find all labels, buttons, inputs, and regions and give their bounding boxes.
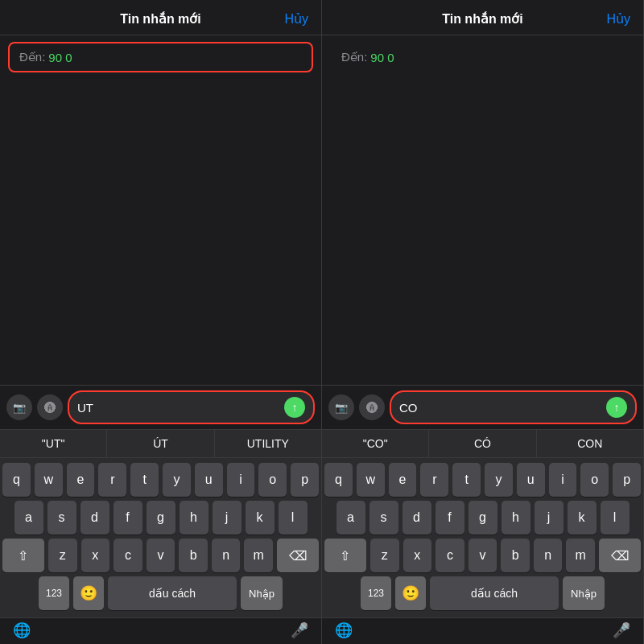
left-key-e[interactable]: e bbox=[67, 463, 95, 497]
left-key-g[interactable]: g bbox=[147, 501, 175, 535]
right-key-n[interactable]: n bbox=[534, 539, 563, 572]
right-key-s[interactable]: s bbox=[369, 501, 398, 535]
right-text-input-wrap[interactable]: CO ↑ bbox=[390, 390, 637, 424]
right-key-f[interactable]: f bbox=[436, 501, 464, 535]
left-key-x[interactable]: x bbox=[81, 539, 110, 572]
right-key-row-1: q w e r t y u i o p bbox=[324, 463, 641, 497]
left-key-z[interactable]: z bbox=[48, 539, 77, 572]
right-key-r[interactable]: r bbox=[420, 463, 448, 497]
left-key-shift[interactable]: ⇧ bbox=[2, 539, 44, 572]
left-key-s[interactable]: s bbox=[47, 501, 76, 535]
right-key-i[interactable]: i bbox=[549, 463, 577, 497]
right-key-h[interactable]: h bbox=[502, 501, 530, 535]
left-cancel-button[interactable]: Hủy bbox=[284, 11, 308, 27]
right-key-w[interactable]: w bbox=[357, 463, 385, 497]
right-key-y[interactable]: y bbox=[485, 463, 513, 497]
left-key-i[interactable]: i bbox=[227, 463, 255, 497]
left-bottom-bar: 🌐 🎤 bbox=[0, 617, 321, 644]
right-key-e[interactable]: e bbox=[389, 463, 417, 497]
right-key-emoji[interactable]: 🙂 bbox=[395, 576, 426, 610]
left-key-c[interactable]: c bbox=[114, 539, 142, 572]
right-to-field[interactable]: Đến: 90 0 bbox=[330, 42, 635, 72]
left-autocomplete-2[interactable]: UTILITY bbox=[215, 430, 321, 457]
right-autocomplete-0[interactable]: "CO" bbox=[322, 430, 429, 457]
right-key-j[interactable]: j bbox=[535, 501, 564, 535]
left-key-d[interactable]: d bbox=[80, 501, 109, 535]
right-key-c[interactable]: c bbox=[436, 539, 464, 572]
right-key-delete[interactable]: ⌫ bbox=[599, 539, 641, 572]
left-appstore-button[interactable]: 🅐 bbox=[37, 394, 63, 420]
left-key-f[interactable]: f bbox=[114, 501, 142, 535]
right-key-space[interactable]: dấu cách bbox=[430, 576, 559, 610]
right-key-d[interactable]: d bbox=[402, 501, 431, 535]
right-autocomplete-1[interactable]: CÓ bbox=[429, 430, 536, 457]
right-cancel-button[interactable]: Hủy bbox=[606, 11, 630, 27]
left-key-u[interactable]: u bbox=[195, 463, 223, 497]
right-mic-icon[interactable]: 🎤 bbox=[613, 621, 630, 639]
left-header: Tin nhắn mới Hủy bbox=[0, 0, 321, 35]
right-title: Tin nhắn mới bbox=[442, 11, 523, 27]
left-key-emoji[interactable]: 🙂 bbox=[73, 576, 104, 610]
right-appstore-button[interactable]: 🅐 bbox=[359, 394, 385, 420]
left-autocomplete-1[interactable]: ÚT bbox=[107, 430, 214, 457]
left-key-l[interactable]: l bbox=[279, 501, 308, 535]
left-keyboard: q w e r t y u i o p a s d f g h j k l ⇧ … bbox=[0, 458, 321, 617]
right-autocomplete-2[interactable]: CON bbox=[537, 430, 643, 457]
left-key-r[interactable]: r bbox=[98, 463, 126, 497]
right-key-g[interactable]: g bbox=[469, 501, 497, 535]
left-message-area[interactable] bbox=[0, 79, 321, 385]
right-key-k[interactable]: k bbox=[568, 501, 597, 535]
left-send-button[interactable]: ↑ bbox=[284, 397, 305, 418]
right-key-t[interactable]: t bbox=[452, 463, 481, 497]
right-key-m[interactable]: m bbox=[566, 539, 595, 572]
left-key-a[interactable]: a bbox=[14, 501, 43, 535]
left-camera-button[interactable]: 📷 bbox=[6, 394, 32, 420]
right-key-123[interactable]: 123 bbox=[361, 576, 391, 610]
left-text-input[interactable]: UT bbox=[77, 401, 279, 415]
right-key-o[interactable]: o bbox=[580, 463, 609, 497]
appstore-icon: 🅐 bbox=[44, 401, 56, 415]
left-to-value: 90 0 bbox=[48, 51, 72, 64]
right-key-l[interactable]: l bbox=[601, 501, 630, 535]
left-key-o[interactable]: o bbox=[258, 463, 287, 497]
left-key-space[interactable]: dấu cách bbox=[108, 576, 237, 610]
left-globe-icon[interactable]: 🌐 bbox=[13, 621, 31, 639]
right-key-enter[interactable]: Nhập bbox=[563, 576, 605, 610]
left-key-123[interactable]: 123 bbox=[39, 576, 69, 610]
right-send-button[interactable]: ↑ bbox=[606, 397, 627, 418]
left-key-delete[interactable]: ⌫ bbox=[277, 539, 319, 572]
left-text-input-wrap[interactable]: UT ↑ bbox=[68, 390, 315, 424]
right-key-u[interactable]: u bbox=[517, 463, 545, 497]
right-text-input[interactable]: CO bbox=[399, 401, 601, 415]
left-key-v[interactable]: v bbox=[147, 539, 175, 572]
left-key-t[interactable]: t bbox=[130, 463, 159, 497]
right-key-shift[interactable]: ⇧ bbox=[324, 539, 366, 572]
left-key-h[interactable]: h bbox=[180, 501, 208, 535]
right-key-a[interactable]: a bbox=[336, 501, 365, 535]
left-mic-icon[interactable]: 🎤 bbox=[291, 621, 308, 639]
right-key-b[interactable]: b bbox=[501, 539, 530, 572]
left-key-q[interactable]: q bbox=[2, 463, 31, 497]
left-key-n[interactable]: n bbox=[212, 539, 241, 572]
right-key-v[interactable]: v bbox=[469, 539, 497, 572]
right-key-q[interactable]: q bbox=[324, 463, 353, 497]
right-key-p[interactable]: p bbox=[613, 463, 641, 497]
camera-icon-right: 📷 bbox=[335, 402, 348, 414]
right-key-z[interactable]: z bbox=[370, 539, 399, 572]
left-key-enter[interactable]: Nhập bbox=[241, 576, 283, 610]
left-key-b[interactable]: b bbox=[179, 539, 208, 572]
left-key-j[interactable]: j bbox=[213, 501, 242, 535]
appstore-icon-right: 🅐 bbox=[366, 401, 378, 415]
right-globe-icon[interactable]: 🌐 bbox=[335, 621, 353, 639]
left-to-field[interactable]: Đến: 90 0 bbox=[8, 42, 313, 72]
right-camera-button[interactable]: 📷 bbox=[328, 394, 354, 420]
right-key-row-4: 123 🙂 dấu cách Nhập bbox=[324, 576, 641, 610]
left-key-w[interactable]: w bbox=[35, 463, 63, 497]
left-key-p[interactable]: p bbox=[291, 463, 319, 497]
left-autocomplete-0[interactable]: "UT" bbox=[0, 430, 107, 457]
left-key-y[interactable]: y bbox=[163, 463, 191, 497]
left-key-m[interactable]: m bbox=[244, 539, 273, 572]
right-key-x[interactable]: x bbox=[403, 539, 432, 572]
left-key-k[interactable]: k bbox=[246, 501, 275, 535]
right-message-area[interactable] bbox=[322, 79, 643, 385]
